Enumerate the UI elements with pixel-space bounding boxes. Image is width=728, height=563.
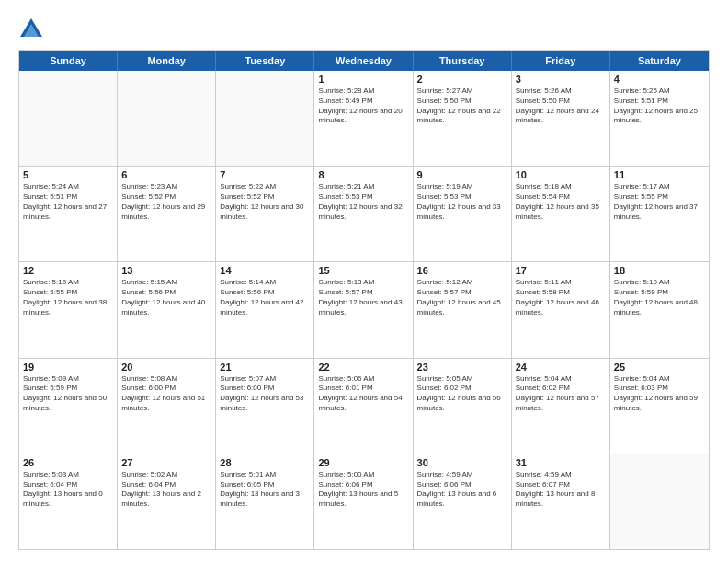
logo-icon (18, 17, 44, 42)
day-number: 16 (417, 265, 507, 276)
cell-sun-info: Sunrise: 4:59 AM Sunset: 6:07 PM Dayligh… (516, 470, 606, 510)
calendar-cell: 17Sunrise: 5:11 AM Sunset: 5:58 PM Dayli… (512, 262, 610, 357)
day-number: 18 (614, 265, 705, 276)
day-number: 5 (23, 169, 113, 180)
calendar-row: 19Sunrise: 5:09 AM Sunset: 5:59 PM Dayli… (19, 359, 709, 454)
calendar-cell: 16Sunrise: 5:12 AM Sunset: 5:57 PM Dayli… (414, 262, 512, 357)
calendar-cell: 4Sunrise: 5:25 AM Sunset: 5:51 PM Daylig… (610, 71, 709, 166)
day-number: 14 (220, 265, 310, 276)
calendar-cell: 19Sunrise: 5:09 AM Sunset: 5:59 PM Dayli… (19, 359, 118, 454)
calendar-cell: 29Sunrise: 5:00 AM Sunset: 6:06 PM Dayli… (314, 454, 413, 549)
day-number: 3 (516, 74, 606, 85)
day-number: 13 (121, 265, 211, 276)
calendar-cell: 2Sunrise: 5:27 AM Sunset: 5:50 PM Daylig… (414, 71, 512, 166)
header (18, 17, 710, 42)
day-number: 12 (23, 265, 113, 276)
day-number: 8 (318, 169, 408, 180)
cell-sun-info: Sunrise: 5:10 AM Sunset: 5:59 PM Dayligh… (614, 278, 705, 317)
cell-sun-info: Sunrise: 5:25 AM Sunset: 5:51 PM Dayligh… (614, 86, 705, 126)
calendar-cell: 11Sunrise: 5:17 AM Sunset: 5:55 PM Dayli… (610, 167, 709, 261)
cell-sun-info: Sunrise: 5:06 AM Sunset: 6:01 PM Dayligh… (318, 374, 408, 414)
day-number: 29 (318, 457, 408, 468)
day-number: 31 (516, 457, 606, 468)
cell-sun-info: Sunrise: 5:19 AM Sunset: 5:53 PM Dayligh… (417, 182, 507, 222)
cell-sun-info: Sunrise: 5:18 AM Sunset: 5:54 PM Dayligh… (516, 182, 606, 222)
day-number: 28 (220, 457, 310, 468)
calendar-cell: 3Sunrise: 5:26 AM Sunset: 5:50 PM Daylig… (512, 71, 610, 166)
cell-sun-info: Sunrise: 5:11 AM Sunset: 5:58 PM Dayligh… (516, 278, 606, 317)
cell-sun-info: Sunrise: 5:02 AM Sunset: 6:04 PM Dayligh… (121, 470, 211, 510)
calendar-row: 5Sunrise: 5:24 AM Sunset: 5:51 PM Daylig… (19, 167, 709, 262)
day-number: 25 (614, 362, 705, 373)
calendar-cell: 22Sunrise: 5:06 AM Sunset: 6:01 PM Dayli… (314, 359, 413, 454)
cell-sun-info: Sunrise: 5:05 AM Sunset: 6:02 PM Dayligh… (417, 374, 507, 414)
day-number: 22 (318, 362, 408, 373)
day-number: 21 (220, 362, 310, 373)
cell-sun-info: Sunrise: 5:22 AM Sunset: 5:52 PM Dayligh… (220, 182, 310, 222)
logo (18, 17, 48, 42)
day-number: 30 (417, 457, 507, 468)
day-number: 27 (121, 457, 211, 468)
calendar-cell: 18Sunrise: 5:10 AM Sunset: 5:59 PM Dayli… (610, 262, 709, 357)
cell-sun-info: Sunrise: 5:27 AM Sunset: 5:50 PM Dayligh… (417, 86, 507, 126)
cell-sun-info: Sunrise: 5:17 AM Sunset: 5:55 PM Dayligh… (614, 182, 705, 222)
day-number: 24 (516, 362, 606, 373)
calendar-cell: 5Sunrise: 5:24 AM Sunset: 5:51 PM Daylig… (19, 167, 118, 261)
weekday-header: Friday (512, 51, 610, 71)
cell-sun-info: Sunrise: 5:23 AM Sunset: 5:52 PM Dayligh… (121, 182, 211, 222)
calendar-cell: 1Sunrise: 5:28 AM Sunset: 5:49 PM Daylig… (314, 71, 413, 166)
day-number: 11 (614, 169, 705, 180)
weekday-header: Saturday (610, 51, 709, 71)
cell-sun-info: Sunrise: 5:07 AM Sunset: 6:00 PM Dayligh… (220, 374, 310, 414)
weekday-header: Thursday (414, 51, 512, 71)
calendar: SundayMondayTuesdayWednesdayThursdayFrid… (18, 50, 710, 550)
cell-sun-info: Sunrise: 5:12 AM Sunset: 5:57 PM Dayligh… (417, 278, 507, 317)
day-number: 7 (220, 169, 310, 180)
calendar-row: 1Sunrise: 5:28 AM Sunset: 5:49 PM Daylig… (19, 71, 709, 167)
calendar-cell: 20Sunrise: 5:08 AM Sunset: 6:00 PM Dayli… (118, 359, 216, 454)
calendar-cell: 25Sunrise: 5:04 AM Sunset: 6:03 PM Dayli… (610, 359, 709, 454)
calendar-cell: 14Sunrise: 5:14 AM Sunset: 5:56 PM Dayli… (216, 262, 314, 357)
calendar-row: 26Sunrise: 5:03 AM Sunset: 6:04 PM Dayli… (19, 454, 709, 549)
cell-sun-info: Sunrise: 5:24 AM Sunset: 5:51 PM Dayligh… (23, 182, 113, 222)
day-number: 6 (121, 169, 211, 180)
day-number: 2 (417, 74, 507, 85)
calendar-cell: 30Sunrise: 4:59 AM Sunset: 6:06 PM Dayli… (414, 454, 512, 549)
day-number: 15 (318, 265, 408, 276)
cell-sun-info: Sunrise: 5:26 AM Sunset: 5:50 PM Dayligh… (516, 86, 606, 126)
cell-sun-info: Sunrise: 5:04 AM Sunset: 6:02 PM Dayligh… (516, 374, 606, 414)
day-number: 17 (516, 265, 606, 276)
calendar-cell (19, 71, 118, 166)
calendar-cell: 10Sunrise: 5:18 AM Sunset: 5:54 PM Dayli… (512, 167, 610, 261)
cell-sun-info: Sunrise: 4:59 AM Sunset: 6:06 PM Dayligh… (417, 470, 507, 510)
day-number: 26 (23, 457, 113, 468)
calendar-cell: 13Sunrise: 5:15 AM Sunset: 5:56 PM Dayli… (118, 262, 216, 357)
calendar-cell: 7Sunrise: 5:22 AM Sunset: 5:52 PM Daylig… (216, 167, 314, 261)
day-number: 20 (121, 362, 211, 373)
cell-sun-info: Sunrise: 5:21 AM Sunset: 5:53 PM Dayligh… (318, 182, 408, 222)
calendar-cell: 27Sunrise: 5:02 AM Sunset: 6:04 PM Dayli… (118, 454, 216, 549)
calendar-body: 1Sunrise: 5:28 AM Sunset: 5:49 PM Daylig… (19, 71, 709, 549)
calendar-cell: 21Sunrise: 5:07 AM Sunset: 6:00 PM Dayli… (216, 359, 314, 454)
calendar-cell: 24Sunrise: 5:04 AM Sunset: 6:02 PM Dayli… (512, 359, 610, 454)
weekday-header: Monday (118, 51, 216, 71)
page: SundayMondayTuesdayWednesdayThursdayFrid… (0, 0, 728, 563)
cell-sun-info: Sunrise: 5:03 AM Sunset: 6:04 PM Dayligh… (23, 470, 113, 510)
cell-sun-info: Sunrise: 5:13 AM Sunset: 5:57 PM Dayligh… (318, 278, 408, 317)
cell-sun-info: Sunrise: 5:09 AM Sunset: 5:59 PM Dayligh… (23, 374, 113, 414)
calendar-cell: 15Sunrise: 5:13 AM Sunset: 5:57 PM Dayli… (314, 262, 413, 357)
calendar-cell: 8Sunrise: 5:21 AM Sunset: 5:53 PM Daylig… (314, 167, 413, 261)
cell-sun-info: Sunrise: 5:15 AM Sunset: 5:56 PM Dayligh… (121, 278, 211, 317)
calendar-cell: 31Sunrise: 4:59 AM Sunset: 6:07 PM Dayli… (512, 454, 610, 549)
cell-sun-info: Sunrise: 5:00 AM Sunset: 6:06 PM Dayligh… (318, 470, 408, 510)
calendar-cell: 23Sunrise: 5:05 AM Sunset: 6:02 PM Dayli… (414, 359, 512, 454)
day-number: 10 (516, 169, 606, 180)
calendar-row: 12Sunrise: 5:16 AM Sunset: 5:55 PM Dayli… (19, 262, 709, 358)
cell-sun-info: Sunrise: 5:28 AM Sunset: 5:49 PM Dayligh… (318, 86, 408, 126)
cell-sun-info: Sunrise: 5:04 AM Sunset: 6:03 PM Dayligh… (614, 374, 705, 414)
calendar-cell: 26Sunrise: 5:03 AM Sunset: 6:04 PM Dayli… (19, 454, 118, 549)
calendar-header: SundayMondayTuesdayWednesdayThursdayFrid… (19, 51, 709, 71)
calendar-cell (118, 71, 216, 166)
calendar-cell (610, 454, 709, 549)
day-number: 1 (318, 74, 408, 85)
